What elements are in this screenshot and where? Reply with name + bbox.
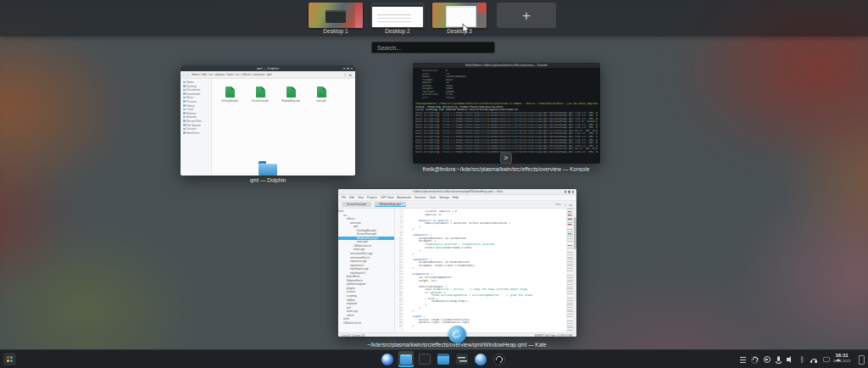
desktop3-mini-window-2 — [477, 3, 487, 13]
task-manager — [380, 351, 507, 367]
digital-clock[interactable]: 16:11 16.11.2021 — [827, 353, 856, 363]
mic-icon[interactable] — [775, 354, 782, 365]
editor-scrollbar — [573, 209, 576, 332]
dolphin-title-text: qml — Dolphin — [257, 66, 279, 70]
obs-icon[interactable] — [492, 351, 507, 367]
menu-item: Settings — [439, 196, 449, 199]
code-editor: visible: opacity > 0 opacity: 0 Behavior… — [403, 209, 566, 332]
mouse-cursor — [462, 24, 470, 35]
plus-icon: + — [522, 8, 531, 23]
kateapp-icon[interactable] — [436, 351, 451, 367]
split-menu-icons: ⫽ ☰ — [344, 73, 353, 77]
desktop3-mini-window — [446, 6, 476, 27]
headset-icon[interactable] — [810, 354, 818, 365]
show-desktop-button[interactable] — [859, 355, 865, 365]
volume-icon[interactable] — [787, 354, 794, 365]
code-line: } — [406, 325, 566, 328]
desktop-label-2[interactable]: Desktop 2 — [370, 28, 425, 34]
bottom-panel: 16:11 16.11.2021 — [0, 349, 868, 368]
desktop-thumbnail-2[interactable] — [370, 3, 425, 28]
dolphin-titlebar: qml — Dolphin — [181, 65, 355, 71]
tree-entry: CMakeLists.txt — [338, 321, 394, 326]
menu-item: LSP Client — [381, 196, 394, 199]
folder-icon-body — [259, 164, 277, 176]
qml-file-icon — [225, 86, 235, 98]
file-name: main.qml — [316, 99, 326, 103]
close-icon — [351, 67, 353, 70]
tab-windowheap: WindowHeap.qml — [375, 202, 406, 207]
desktop2-mini-content — [377, 14, 411, 15]
file-name: WindowHeap.qml — [281, 99, 300, 103]
minimize-icon — [343, 67, 346, 70]
desktop-label-1[interactable]: Desktop 1 — [309, 28, 363, 34]
menu-item: Bookmarks — [398, 196, 412, 199]
dolphin-icon[interactable] — [398, 351, 414, 367]
file-item: DesktopBar.qml — [219, 86, 241, 103]
kate-body: kwinsrceffectsoverviewqmlDesktopBar.qmlS… — [338, 209, 576, 332]
status-icon[interactable] — [739, 354, 747, 365]
minimize-icon — [565, 191, 567, 193]
desktop-thumbnail-1[interactable] — [309, 3, 363, 28]
window-thumbnail-dolphin[interactable]: qml — Dolphin ‹ › Home › kde › src › pla… — [181, 65, 355, 176]
konsole-window-caption: fheik@fedora:~/kde/src/plasma/kwin/src/e… — [379, 166, 633, 172]
bluetooth-icon[interactable] — [798, 354, 806, 365]
qml-file-icon — [256, 86, 265, 98]
file-grid: DesktopBar.qmlScreenView.qmlWindowHeap.q… — [219, 86, 332, 103]
search-menu-icons: ⌕ ☰ — [565, 203, 573, 207]
desktop-label-3[interactable]: Desktop 3 — [432, 28, 487, 34]
maximize-icon — [347, 67, 349, 70]
cursor-position-label: Line 47, Column 18 — [342, 334, 364, 337]
search-input[interactable] — [371, 42, 495, 53]
dolphin-window-caption: qml — Dolphin — [183, 177, 353, 183]
app-launcher-icon[interactable] — [3, 353, 16, 365]
window-thumbnail-konsole[interactable]: fheik@fedora:~/kde/src/plasma/kwin/src/e… — [413, 63, 600, 164]
firefox-icon[interactable] — [380, 351, 395, 367]
kate-tabbar: ScreenView.qml WindowHeap.qml kwin ⌕ ☰ — [338, 201, 576, 209]
window-thumbnail-kate[interactable]: ~/kde/src/plasma/kwin/src/effects/overvi… — [338, 189, 576, 337]
mixer-icon[interactable] — [454, 351, 470, 367]
window-buttons — [565, 191, 575, 193]
maximize-icon — [568, 191, 570, 193]
project-label: kwin — [555, 203, 560, 206]
desktop-bar: Desktop 1 Desktop 2 Desktop 3 + — [0, 0, 868, 36]
dolphin-app-icon — [259, 161, 277, 176]
kate-menubar: FileEditViewProjectsLSP ClientBookmarksS… — [338, 195, 576, 201]
menu-item: View — [358, 196, 364, 199]
desktop1-mini-window-2 — [355, 3, 363, 28]
places-entry: Hard Drive — [183, 131, 211, 136]
kate-title-text: ~/kde/src/plasma/kwin/src/effects/overvi… — [412, 190, 503, 193]
kate-window-caption: ~/kde/src/plasma/kwin/src/effects/overvi… — [330, 342, 584, 348]
kate-titlebar: ~/kde/src/plasma/kwin/src/effects/overvi… — [338, 189, 576, 195]
menu-item: Edit — [349, 196, 354, 199]
dolphin-toolbar: ‹ › Home › kde › src › plasma › kwin › s… — [181, 71, 355, 79]
file-name: ScreenView.qml — [252, 99, 269, 103]
obstray-icon[interactable] — [751, 354, 759, 365]
terminal-output: direction: 0 crtc: 79 mode: 1920x1080@60… — [413, 68, 600, 164]
clock-date: 16.11.2021 — [827, 360, 856, 363]
breadcrumb: Home › kde › src › plasma › kwin › src ›… — [192, 73, 342, 76]
menu-item: File — [342, 196, 346, 199]
tab-screenview: ScreenView.qml — [342, 202, 371, 207]
menu-item: Sessions — [415, 196, 426, 199]
konsole-icon[interactable] — [417, 351, 432, 367]
qml-file-icon — [317, 86, 326, 98]
window-buttons — [343, 67, 353, 70]
file-item: main.qml — [310, 86, 332, 103]
close-icon — [572, 191, 575, 193]
add-desktop-button[interactable]: + — [497, 3, 556, 28]
kate-app-icon — [448, 326, 466, 343]
konsole-title-text: fheik@fedora:~/kde/src/plasma/kwin/src/e… — [465, 64, 548, 67]
menu-item: Help — [453, 196, 459, 199]
menu-item: Tools — [429, 196, 436, 199]
plasma-overview-screen: Desktop 1 Desktop 2 Desktop 3 + qml — Do… — [0, 0, 868, 368]
desktop-thumbnail-3[interactable] — [432, 3, 487, 28]
menu-item: Projects — [367, 196, 377, 199]
konsole-app-icon: > — [500, 153, 512, 164]
record-icon[interactable] — [763, 354, 771, 365]
file-item: WindowHeap.qml — [280, 86, 302, 103]
statusbar-modes: INSERT Soft Tabs: 4 UTF-8 QML — [534, 334, 573, 337]
file-name: DesktopBar.qml — [221, 99, 238, 103]
sphere-icon[interactable] — [473, 351, 488, 367]
line-number — [395, 325, 402, 328]
project-tree-panel: kwinsrceffectsoverviewqmlDesktopBar.qmlS… — [338, 209, 395, 332]
